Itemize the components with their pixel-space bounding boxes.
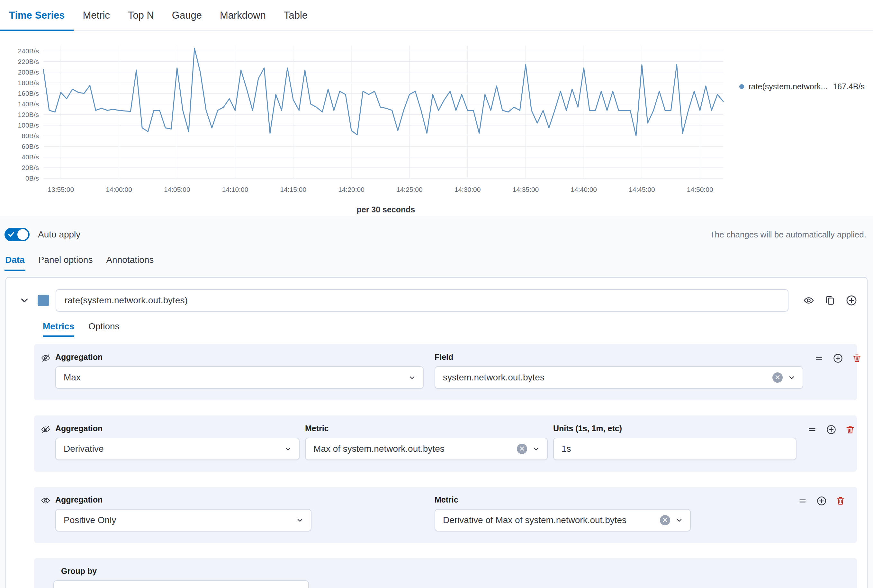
aggregation-field: Aggregation Max bbox=[55, 352, 429, 389]
chevron-down-icon bbox=[295, 516, 304, 525]
drag-handle-icon[interactable] bbox=[807, 425, 817, 434]
timeseries-chart[interactable]: 0B/s20B/s40B/s60B/s80B/s100B/s120B/s140B… bbox=[3, 41, 733, 203]
drag-handle-icon[interactable] bbox=[798, 496, 807, 506]
metric-value: Max of system.network.out.bytes bbox=[313, 444, 517, 454]
svg-text:14:25:00: 14:25:00 bbox=[396, 186, 423, 193]
aggregation-row: Aggregation Derivative Metric Max of sys… bbox=[34, 416, 857, 472]
aggregation-value: Max bbox=[64, 372, 407, 382]
clone-series-icon[interactable] bbox=[825, 295, 835, 306]
aggregation-value: Derivative bbox=[64, 444, 284, 454]
chevron-down-icon bbox=[675, 516, 684, 525]
add-series-icon[interactable] bbox=[846, 295, 857, 306]
units-label: Units (1s, 1m, etc) bbox=[553, 424, 796, 433]
delete-metric-icon[interactable] bbox=[836, 496, 845, 506]
svg-text:240B/s: 240B/s bbox=[18, 47, 39, 55]
eye-icon[interactable] bbox=[803, 295, 814, 306]
aggregation-select[interactable]: Max bbox=[55, 366, 424, 389]
aggregation-field: Aggregation Derivative bbox=[55, 424, 300, 460]
auto-apply-toggle[interactable] bbox=[5, 228, 30, 241]
aggregation-row: Aggregation Max Field system.network.out… bbox=[34, 344, 857, 400]
auto-apply-label: Auto apply bbox=[38, 230, 80, 240]
aggregation-value: Positive Only bbox=[64, 515, 295, 525]
group-by-select[interactable]: Everything bbox=[53, 580, 309, 588]
series-panel: Metrics Options Aggregation Max Field bbox=[6, 277, 867, 588]
chart-section: 0B/s20B/s40B/s60B/s80B/s100B/s120B/s140B… bbox=[0, 31, 873, 216]
series-header bbox=[6, 289, 867, 312]
tab-time-series[interactable]: Time Series bbox=[0, 0, 74, 30]
svg-text:160B/s: 160B/s bbox=[18, 90, 39, 97]
svg-text:20B/s: 20B/s bbox=[21, 164, 39, 171]
tab-markdown[interactable]: Markdown bbox=[211, 0, 275, 30]
eye-closed-icon bbox=[41, 424, 51, 435]
svg-text:40B/s: 40B/s bbox=[21, 153, 39, 160]
delete-metric-icon[interactable] bbox=[852, 354, 862, 363]
svg-text:0B/s: 0B/s bbox=[26, 174, 39, 182]
svg-text:13:55:00: 13:55:00 bbox=[48, 186, 74, 193]
drag-handle-icon[interactable] bbox=[814, 354, 824, 363]
svg-text:14:30:00: 14:30:00 bbox=[454, 186, 481, 193]
clear-selection-icon[interactable]: ✕ bbox=[517, 444, 527, 454]
tab-top-n[interactable]: Top N bbox=[119, 0, 163, 30]
field-combobox[interactable]: system.network.out.bytes ✕ bbox=[434, 366, 803, 389]
tab-annotations[interactable]: Annotations bbox=[105, 253, 154, 271]
tab-gauge[interactable]: Gauge bbox=[163, 0, 211, 30]
metric-combobox[interactable]: Derivative of Max of system.network.out.… bbox=[434, 509, 691, 531]
add-metric-icon[interactable] bbox=[833, 353, 843, 363]
field-label: Field bbox=[434, 352, 803, 362]
svg-text:140B/s: 140B/s bbox=[18, 100, 39, 108]
svg-text:14:45:00: 14:45:00 bbox=[629, 186, 655, 193]
add-metric-icon[interactable] bbox=[816, 496, 827, 506]
svg-text:14:20:00: 14:20:00 bbox=[338, 186, 365, 193]
svg-text:14:35:00: 14:35:00 bbox=[513, 186, 539, 193]
aggregation-label: Aggregation bbox=[55, 352, 429, 362]
tab-metrics[interactable]: Metrics bbox=[43, 321, 74, 337]
chart-interval-label: per 30 seconds bbox=[46, 205, 726, 214]
svg-text:14:50:00: 14:50:00 bbox=[687, 186, 713, 193]
svg-text:14:15:00: 14:15:00 bbox=[280, 186, 307, 193]
clear-selection-icon[interactable]: ✕ bbox=[772, 372, 783, 382]
aggregation-row: Aggregation Positive Only Metric Derivat… bbox=[34, 487, 857, 543]
aggregation-field: Aggregation Positive Only bbox=[55, 495, 429, 531]
svg-text:100B/s: 100B/s bbox=[18, 122, 39, 129]
metric-label: Metric bbox=[305, 424, 548, 433]
delete-metric-icon[interactable] bbox=[845, 425, 855, 434]
chevron-down-icon bbox=[284, 444, 293, 453]
group-by-row: Group by Everything bbox=[34, 558, 857, 588]
collapse-chevron-icon[interactable] bbox=[19, 295, 30, 306]
series-subtabs: Metrics Options bbox=[6, 312, 867, 337]
aggregation-select[interactable]: Derivative bbox=[55, 438, 300, 460]
metric-field: Metric Max of system.network.out.bytes ✕ bbox=[305, 424, 548, 460]
svg-text:14:40:00: 14:40:00 bbox=[571, 186, 597, 193]
group-by-label: Group by bbox=[61, 567, 845, 576]
svg-text:220B/s: 220B/s bbox=[18, 58, 39, 65]
units-input[interactable] bbox=[553, 438, 796, 460]
legend-series-dot bbox=[739, 84, 744, 89]
auto-apply-hint: The changes will be automatically applie… bbox=[710, 230, 866, 240]
svg-text:60B/s: 60B/s bbox=[21, 142, 39, 150]
aggregation-label: Aggregation bbox=[55, 424, 300, 433]
svg-text:180B/s: 180B/s bbox=[18, 79, 39, 86]
svg-text:200B/s: 200B/s bbox=[18, 69, 39, 76]
add-metric-icon[interactable] bbox=[826, 424, 836, 435]
tab-table[interactable]: Table bbox=[275, 0, 317, 30]
clear-selection-icon[interactable]: ✕ bbox=[660, 515, 670, 525]
toggle-knob bbox=[17, 229, 28, 240]
visualization-type-tabs: Time Series Metric Top N Gauge Markdown … bbox=[0, 0, 873, 31]
svg-text:14:05:00: 14:05:00 bbox=[164, 186, 190, 193]
eye-closed-icon bbox=[41, 353, 51, 364]
eye-open-icon bbox=[41, 496, 51, 507]
chevron-down-icon bbox=[787, 373, 796, 382]
tab-metric[interactable]: Metric bbox=[74, 0, 119, 30]
aggregation-select[interactable]: Positive Only bbox=[55, 509, 311, 531]
series-color-swatch[interactable] bbox=[38, 295, 49, 306]
chart-legend[interactable]: rate(system.network... 167.4B/s bbox=[739, 82, 865, 91]
tab-options[interactable]: Options bbox=[89, 321, 120, 337]
metric-combobox[interactable]: Max of system.network.out.bytes ✕ bbox=[305, 438, 548, 460]
aggregation-label: Aggregation bbox=[55, 495, 429, 504]
tab-data[interactable]: Data bbox=[5, 253, 26, 271]
tab-panel-options[interactable]: Panel options bbox=[38, 253, 93, 271]
series-label-input[interactable] bbox=[56, 289, 789, 312]
metric-value: Derivative of Max of system.network.out.… bbox=[443, 515, 660, 525]
svg-text:80B/s: 80B/s bbox=[21, 132, 39, 140]
field-field: Field system.network.out.bytes ✕ bbox=[434, 352, 803, 389]
